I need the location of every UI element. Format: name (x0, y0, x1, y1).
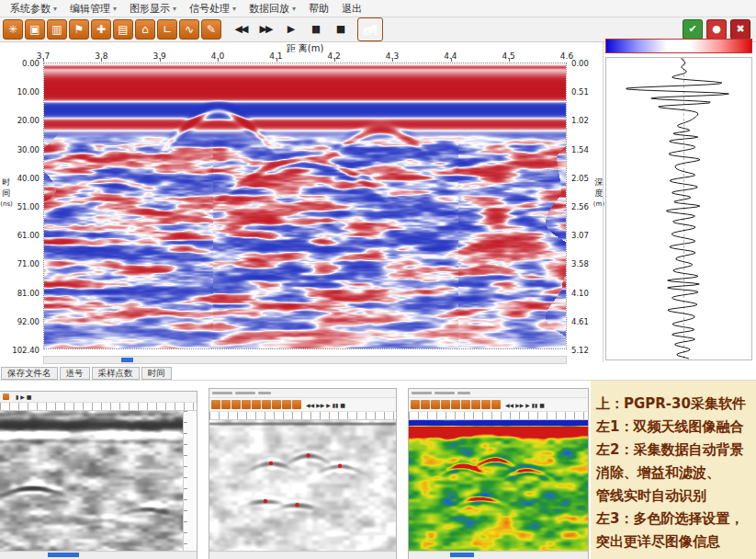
chevron-down-icon: ▾ (292, 0, 296, 17)
menu-item-6[interactable]: 帮助 (302, 0, 335, 17)
trace-panel (605, 57, 752, 360)
gallery-section: ▮ ▶ ■ ◀◀ ▶▶ ▶ ▮▮ ■ (0, 380, 756, 559)
time-tick-label: 51.00 (8, 202, 39, 211)
toolbar-icon (441, 400, 450, 409)
time-tick-label: 0.00 (8, 59, 39, 68)
menu-item-4[interactable]: 信号处理▾ (183, 0, 243, 17)
depth-scale (183, 411, 197, 551)
mini3-toolbar: ◀◀ ▶▶ ▶ ▮▮ ■ (409, 398, 588, 412)
status-tab-filename[interactable]: 保存文件名 (1, 367, 58, 380)
play-button[interactable]: ▶ (278, 19, 302, 40)
pin-button[interactable]: ✚ (91, 19, 111, 40)
scrollbar-handle[interactable] (121, 358, 133, 362)
time-tick-label: 81.00 (8, 289, 39, 298)
toolbar-icon (431, 400, 440, 409)
menu-item-2[interactable]: 编辑管理▾ (63, 0, 123, 17)
toolbar-icon (231, 400, 241, 409)
radargram-canvas (44, 63, 566, 348)
horizontal-scrollbar[interactable] (43, 356, 567, 364)
delete-button[interactable]: ▥ (47, 19, 67, 40)
chevron-down-icon: ▾ (232, 0, 236, 17)
chevron-down-icon: ▾ (113, 0, 117, 17)
status-tab-sample-count[interactable]: 采样点数 (92, 367, 140, 380)
menu-item-label: 帮助 (309, 0, 329, 17)
wiggle-trace-canvas (606, 58, 751, 359)
display-button[interactable]: ▤ (113, 19, 133, 40)
home-button[interactable]: ⌂ (135, 19, 155, 40)
menu-item-label: 数据回放 (249, 0, 289, 17)
gpr-image-grayscale (0, 411, 184, 551)
pgpr-app-window: 系统参数▾编辑管理▾图形显示▾信号处理▾数据回放▾帮助退出 ✳▣▥⚑✚▤⌂∟∿✎… (0, 0, 756, 559)
axis-label-char: (ns) (0, 199, 13, 210)
depth-tick-label: 3.58 (571, 259, 603, 268)
time-tick-label: 40.00 (8, 174, 39, 183)
ruler (0, 403, 197, 411)
app-icon (3, 394, 9, 400)
toolbar-icon (252, 400, 261, 409)
save-button[interactable]: ▣ (25, 19, 45, 40)
status-tab-trace-number[interactable]: 道号 (60, 367, 90, 380)
toolbar-icon (221, 400, 231, 409)
menu-item-3[interactable]: 图形显示▾ (123, 0, 183, 17)
annotation-line: 上：PGPR-30采集软件 (596, 393, 756, 416)
mini2-menubar (209, 389, 396, 398)
mini-screenshot-color-palette: ◀◀ ▶▶ ▶ ▮▮ ■ (408, 388, 589, 559)
marker-button[interactable]: ⚑ (69, 19, 89, 40)
rewind-button[interactable]: ◀◀ (229, 19, 253, 40)
scrollbar-handle (48, 553, 79, 557)
toolbar-icon (282, 400, 291, 409)
toolbar-icon (451, 400, 460, 409)
axis-label-char: 间 (0, 188, 13, 199)
playback-controls: ◀◀▶▶▶▮▮■ (229, 19, 352, 40)
pause-button[interactable]: ▮▮ (303, 19, 327, 40)
menu-item-1[interactable]: 系统参数▾ (4, 0, 63, 17)
stop-button[interactable]: ■ (328, 19, 352, 40)
mini1-titlebar: ▮ ▶ ■ (0, 392, 197, 403)
menu-item-5[interactable]: 数据回放▾ (243, 0, 302, 17)
mini-screenshot-dual-frequency: ▮ ▶ ■ (0, 391, 197, 559)
close-button[interactable]: ✖ (730, 19, 750, 40)
time-tick-label: 61.00 (8, 231, 39, 240)
connect-button[interactable]: ✔ (683, 19, 703, 40)
x-axis-ruler (43, 58, 568, 62)
colorbar (605, 39, 752, 53)
record-button[interactable]: ● (706, 19, 727, 40)
chevron-down-icon: ▾ (53, 0, 57, 17)
toolbar-icon (292, 400, 301, 409)
home-icon: ⌂ (141, 23, 149, 36)
gps-button-label: GPS (363, 29, 378, 37)
depth-tick-label: 3.07 (571, 231, 603, 240)
toolbar-icon (262, 400, 271, 409)
toolbar-icon (272, 400, 281, 409)
settings-button[interactable]: ✳ (3, 19, 23, 40)
annotation-line: 突出更详尽图像信息 (596, 530, 756, 553)
menu-item-label: 系统参数 (10, 0, 51, 17)
toolbar-icon (461, 400, 470, 409)
depth-tick-label: 0.51 (571, 87, 603, 97)
depth-tick-label: 0.00 (571, 59, 603, 68)
fast-forward-button[interactable]: ▶▶ (254, 19, 277, 40)
gps-button[interactable]: ▂▄▆ GPS (357, 17, 383, 41)
menu-item-7[interactable]: 退出 (335, 0, 368, 17)
status-tab-time[interactable]: 时间 (141, 367, 172, 380)
signal-button[interactable]: ∿ (179, 19, 199, 40)
panel-divider (603, 42, 604, 362)
gpr-image-rainbow (409, 420, 588, 551)
edit-button[interactable]: ✎ (201, 19, 221, 40)
depth-tick-label: 4.61 (571, 317, 603, 326)
annotation-line: 消除、增益和滤波、 (596, 462, 756, 485)
annotation-line: 左3：多色阶选择设置， (596, 508, 756, 530)
time-tick-label: 20.00 (8, 116, 39, 125)
mini-screenshot-processed: ◀◀ ▶▶ ▶ ▮▮ ■ (209, 388, 397, 559)
menu-item-label: 编辑管理 (70, 0, 110, 17)
depth-tick-label: 1.54 (571, 145, 603, 154)
axis-label-char: 时 (0, 177, 13, 188)
mini3-menubar (409, 389, 588, 398)
toolbar-icon (421, 400, 430, 409)
toolbar-icon (211, 400, 220, 409)
measure-button[interactable]: ∟ (157, 19, 177, 40)
toolbar-icon (481, 400, 491, 409)
measure-icon: ∟ (163, 23, 172, 36)
time-tick-label: 102.40 (8, 346, 39, 355)
menu-item-label: 信号处理 (189, 0, 230, 17)
